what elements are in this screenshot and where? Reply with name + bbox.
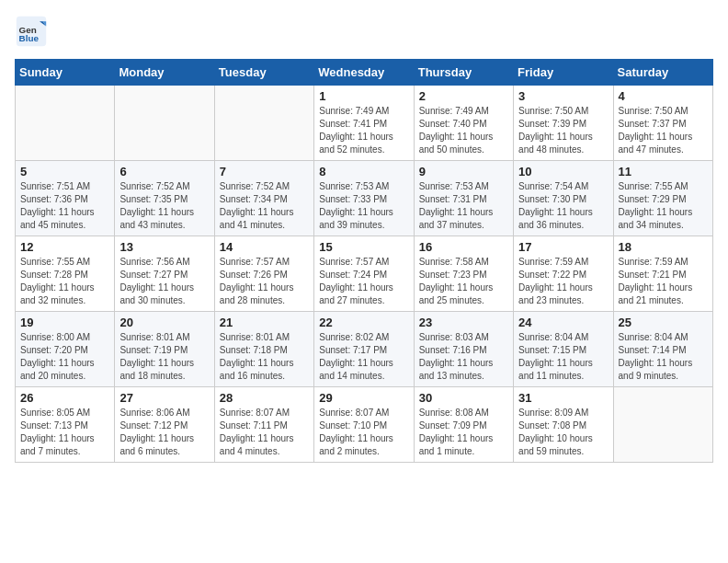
calendar-week-row: 12Sunrise: 7:55 AM Sunset: 7:28 PM Dayli… xyxy=(16,236,713,312)
day-info: Sunrise: 7:55 AM Sunset: 7:29 PM Dayligh… xyxy=(619,180,708,232)
calendar-cell: 26Sunrise: 8:05 AM Sunset: 7:13 PM Dayli… xyxy=(16,387,115,463)
calendar-cell xyxy=(115,86,214,161)
day-info: Sunrise: 8:03 AM Sunset: 7:16 PM Dayligh… xyxy=(419,331,508,383)
calendar-cell: 12Sunrise: 7:55 AM Sunset: 7:28 PM Dayli… xyxy=(16,236,115,312)
day-number: 20 xyxy=(119,316,209,329)
calendar-cell: 22Sunrise: 8:02 AM Sunset: 7:17 PM Dayli… xyxy=(314,312,414,387)
calendar-week-row: 26Sunrise: 8:05 AM Sunset: 7:13 PM Dayli… xyxy=(16,387,713,463)
day-info: Sunrise: 7:51 AM Sunset: 7:36 PM Dayligh… xyxy=(20,180,109,232)
calendar-cell: 29Sunrise: 8:07 AM Sunset: 7:10 PM Dayli… xyxy=(314,387,414,463)
calendar-cell xyxy=(613,387,712,463)
calendar-cell: 21Sunrise: 8:01 AM Sunset: 7:18 PM Dayli… xyxy=(214,312,313,387)
day-info: Sunrise: 7:57 AM Sunset: 7:24 PM Dayligh… xyxy=(319,256,408,307)
calendar-header-row: SundayMondayTuesdayWednesdayThursdayFrid… xyxy=(16,60,713,86)
calendar-cell: 15Sunrise: 7:57 AM Sunset: 7:24 PM Dayli… xyxy=(314,236,414,312)
calendar-cell: 28Sunrise: 8:07 AM Sunset: 7:11 PM Dayli… xyxy=(214,387,313,463)
logo-icon: Gen Blue xyxy=(15,15,48,48)
day-number: 19 xyxy=(20,316,109,329)
day-number: 12 xyxy=(20,240,109,254)
day-info: Sunrise: 7:53 AM Sunset: 7:33 PM Dayligh… xyxy=(319,180,408,232)
day-info: Sunrise: 7:52 AM Sunset: 7:34 PM Dayligh… xyxy=(220,180,309,232)
calendar-cell: 10Sunrise: 7:54 AM Sunset: 7:30 PM Dayli… xyxy=(514,161,613,236)
day-number: 10 xyxy=(518,165,608,178)
calendar-cell: 5Sunrise: 7:51 AM Sunset: 7:36 PM Daylig… xyxy=(16,161,115,236)
calendar-cell: 1Sunrise: 7:49 AM Sunset: 7:41 PM Daylig… xyxy=(314,86,414,161)
calendar-cell: 3Sunrise: 7:50 AM Sunset: 7:39 PM Daylig… xyxy=(514,86,613,161)
day-info: Sunrise: 8:09 AM Sunset: 7:08 PM Dayligh… xyxy=(518,407,608,458)
day-info: Sunrise: 7:50 AM Sunset: 7:37 PM Dayligh… xyxy=(619,105,708,156)
day-info: Sunrise: 7:56 AM Sunset: 7:27 PM Dayligh… xyxy=(119,256,209,307)
day-info: Sunrise: 8:06 AM Sunset: 7:12 PM Dayligh… xyxy=(119,407,209,458)
day-info: Sunrise: 7:59 AM Sunset: 7:21 PM Dayligh… xyxy=(619,256,708,307)
calendar-cell: 18Sunrise: 7:59 AM Sunset: 7:21 PM Dayli… xyxy=(613,236,712,312)
calendar-cell: 16Sunrise: 7:58 AM Sunset: 7:23 PM Dayli… xyxy=(414,236,513,312)
day-number: 29 xyxy=(319,391,408,405)
day-number: 7 xyxy=(220,165,309,178)
col-header-monday: Monday xyxy=(115,60,214,86)
day-number: 11 xyxy=(619,165,708,178)
day-number: 24 xyxy=(518,316,608,329)
day-number: 4 xyxy=(619,89,708,103)
calendar-cell: 17Sunrise: 7:59 AM Sunset: 7:22 PM Dayli… xyxy=(514,236,613,312)
day-number: 6 xyxy=(119,165,209,178)
day-number: 3 xyxy=(518,89,608,103)
day-info: Sunrise: 7:55 AM Sunset: 7:28 PM Dayligh… xyxy=(20,256,109,307)
calendar-table: SundayMondayTuesdayWednesdayThursdayFrid… xyxy=(15,59,713,463)
calendar-cell: 2Sunrise: 7:49 AM Sunset: 7:40 PM Daylig… xyxy=(414,86,513,161)
col-header-wednesday: Wednesday xyxy=(314,60,414,86)
calendar-cell: 20Sunrise: 8:01 AM Sunset: 7:19 PM Dayli… xyxy=(115,312,214,387)
day-number: 16 xyxy=(419,240,508,254)
day-info: Sunrise: 8:07 AM Sunset: 7:10 PM Dayligh… xyxy=(319,407,408,458)
day-number: 5 xyxy=(20,165,109,178)
day-number: 30 xyxy=(419,391,508,405)
calendar-cell: 4Sunrise: 7:50 AM Sunset: 7:37 PM Daylig… xyxy=(613,86,712,161)
day-info: Sunrise: 7:49 AM Sunset: 7:40 PM Dayligh… xyxy=(419,105,508,156)
logo: Gen Blue xyxy=(15,15,50,48)
day-number: 13 xyxy=(119,240,209,254)
day-number: 17 xyxy=(518,240,608,254)
calendar-cell: 8Sunrise: 7:53 AM Sunset: 7:33 PM Daylig… xyxy=(314,161,414,236)
calendar-cell: 23Sunrise: 8:03 AM Sunset: 7:16 PM Dayli… xyxy=(414,312,513,387)
calendar-cell: 14Sunrise: 7:57 AM Sunset: 7:26 PM Dayli… xyxy=(214,236,313,312)
day-number: 21 xyxy=(220,316,309,329)
day-info: Sunrise: 8:01 AM Sunset: 7:18 PM Dayligh… xyxy=(220,331,309,383)
calendar-cell: 7Sunrise: 7:52 AM Sunset: 7:34 PM Daylig… xyxy=(214,161,313,236)
calendar-cell: 6Sunrise: 7:52 AM Sunset: 7:35 PM Daylig… xyxy=(115,161,214,236)
day-info: Sunrise: 8:07 AM Sunset: 7:11 PM Dayligh… xyxy=(220,407,309,458)
day-number: 28 xyxy=(220,391,309,405)
calendar-week-row: 1Sunrise: 7:49 AM Sunset: 7:41 PM Daylig… xyxy=(16,86,713,161)
day-number: 14 xyxy=(220,240,309,254)
day-info: Sunrise: 8:02 AM Sunset: 7:17 PM Dayligh… xyxy=(319,331,408,383)
day-info: Sunrise: 7:57 AM Sunset: 7:26 PM Dayligh… xyxy=(220,256,309,307)
day-info: Sunrise: 7:58 AM Sunset: 7:23 PM Dayligh… xyxy=(419,256,508,307)
calendar-week-row: 19Sunrise: 8:00 AM Sunset: 7:20 PM Dayli… xyxy=(16,312,713,387)
day-number: 22 xyxy=(319,316,408,329)
day-info: Sunrise: 8:05 AM Sunset: 7:13 PM Dayligh… xyxy=(20,407,109,458)
col-header-sunday: Sunday xyxy=(16,60,115,86)
calendar-cell: 25Sunrise: 8:04 AM Sunset: 7:14 PM Dayli… xyxy=(613,312,712,387)
calendar-cell: 19Sunrise: 8:00 AM Sunset: 7:20 PM Dayli… xyxy=(16,312,115,387)
day-info: Sunrise: 8:08 AM Sunset: 7:09 PM Dayligh… xyxy=(419,407,508,458)
day-info: Sunrise: 7:54 AM Sunset: 7:30 PM Dayligh… xyxy=(518,180,608,232)
day-number: 8 xyxy=(319,165,408,178)
day-number: 31 xyxy=(518,391,608,405)
calendar-cell: 24Sunrise: 8:04 AM Sunset: 7:15 PM Dayli… xyxy=(514,312,613,387)
day-number: 15 xyxy=(319,240,408,254)
day-number: 23 xyxy=(419,316,508,329)
day-number: 2 xyxy=(419,89,508,103)
day-number: 25 xyxy=(619,316,708,329)
calendar-cell xyxy=(16,86,115,161)
calendar-cell: 30Sunrise: 8:08 AM Sunset: 7:09 PM Dayli… xyxy=(414,387,513,463)
day-number: 1 xyxy=(319,89,408,103)
calendar-week-row: 5Sunrise: 7:51 AM Sunset: 7:36 PM Daylig… xyxy=(16,161,713,236)
calendar-cell: 9Sunrise: 7:53 AM Sunset: 7:31 PM Daylig… xyxy=(414,161,513,236)
calendar-cell: 31Sunrise: 8:09 AM Sunset: 7:08 PM Dayli… xyxy=(514,387,613,463)
calendar-cell: 13Sunrise: 7:56 AM Sunset: 7:27 PM Dayli… xyxy=(115,236,214,312)
page-header: Gen Blue xyxy=(15,15,713,48)
day-info: Sunrise: 7:50 AM Sunset: 7:39 PM Dayligh… xyxy=(518,105,608,156)
day-number: 26 xyxy=(20,391,109,405)
day-info: Sunrise: 8:00 AM Sunset: 7:20 PM Dayligh… xyxy=(20,331,109,383)
day-info: Sunrise: 7:49 AM Sunset: 7:41 PM Dayligh… xyxy=(319,105,408,156)
svg-text:Blue: Blue xyxy=(19,33,40,43)
col-header-thursday: Thursday xyxy=(414,60,513,86)
